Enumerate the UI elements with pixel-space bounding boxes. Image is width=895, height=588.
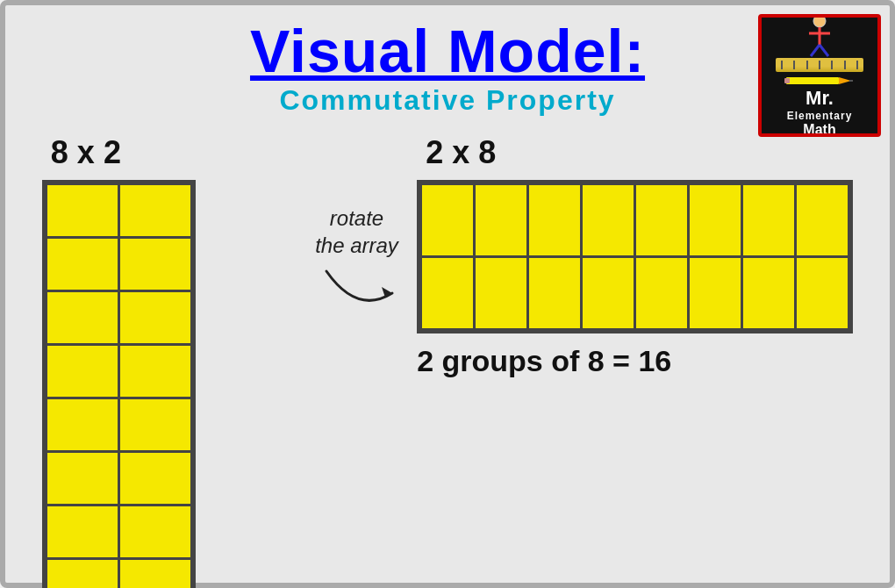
subtitle: Commutative Property — [5, 84, 890, 117]
svg-rect-5 — [786, 77, 839, 84]
rotate-line1: rotate — [330, 206, 383, 230]
left-equation-label: 8 x 2 — [51, 134, 121, 171]
grid-cell — [120, 453, 190, 504]
logo-figure-icon — [802, 14, 837, 58]
grid-cell — [636, 185, 687, 255]
grid-cell — [422, 185, 473, 255]
rotate-text: rotate the array — [315, 204, 398, 259]
grid-cell — [476, 258, 526, 328]
logo-pencil-icon — [784, 75, 855, 87]
svg-marker-9 — [382, 287, 392, 298]
right-groups-label: 2 groups of 8 = 16 — [417, 344, 671, 378]
left-grid — [42, 180, 196, 588]
logo-ruler — [776, 58, 863, 72]
logo-container: Mr. Elementary Math — [758, 14, 881, 137]
grid-cell — [690, 185, 741, 255]
svg-rect-7 — [784, 78, 790, 83]
grid-cell — [120, 346, 190, 397]
right-grid — [417, 180, 853, 333]
rotate-arrow-icon — [313, 262, 401, 324]
grid-cell — [529, 185, 580, 255]
svg-marker-6 — [839, 77, 851, 84]
grid-cell — [120, 292, 190, 343]
grid-cell — [583, 185, 634, 255]
left-section: 8 x 2 8 groups of 2 = 16 — [42, 134, 297, 588]
grid-cell — [47, 185, 118, 236]
logo-mr-text: Mr. — [806, 87, 834, 110]
middle-section: rotate the array — [300, 204, 414, 324]
logo-elementary-text: Elementary — [787, 110, 853, 122]
svg-line-3 — [811, 45, 820, 56]
header: Visual Model: Commutative Property — [5, 21, 890, 117]
svg-rect-8 — [849, 80, 853, 82]
grid-cell — [47, 399, 118, 450]
svg-point-0 — [813, 15, 826, 27]
grid-cell — [120, 239, 190, 290]
grid-cell — [797, 185, 848, 255]
grid-cell — [422, 258, 473, 328]
grid-cell — [690, 258, 741, 328]
grid-cell — [47, 239, 118, 290]
grid-cell — [47, 560, 118, 588]
grid-cell — [120, 185, 190, 236]
grid-cell — [797, 258, 848, 328]
grid-cell — [47, 453, 118, 504]
grid-cell — [47, 292, 118, 343]
svg-line-4 — [820, 45, 828, 56]
grid-cell — [120, 560, 190, 588]
rotate-line2: the array — [315, 233, 398, 257]
grid-cell — [120, 506, 190, 557]
grid-cell — [743, 258, 794, 328]
main-container: Mr. Elementary Math Visual Model: Commut… — [0, 0, 895, 588]
right-equation-label: 2 x 8 — [426, 134, 496, 171]
grid-cell — [529, 258, 580, 328]
logo-math-text: Math — [803, 122, 835, 138]
content-area: 8 x 2 8 groups of 2 = 16 rotate the arra… — [5, 134, 890, 588]
logo-inner: Mr. Elementary Math — [776, 14, 863, 137]
grid-cell — [47, 506, 118, 557]
grid-cell — [583, 258, 634, 328]
grid-cell — [47, 346, 118, 397]
grid-cell — [476, 185, 526, 255]
grid-cell — [743, 185, 794, 255]
grid-cell — [120, 399, 190, 450]
main-title: Visual Model: — [5, 21, 890, 81]
right-section: 2 x 8 2 groups of 8 = 16 — [417, 134, 853, 378]
grid-cell — [636, 258, 687, 328]
